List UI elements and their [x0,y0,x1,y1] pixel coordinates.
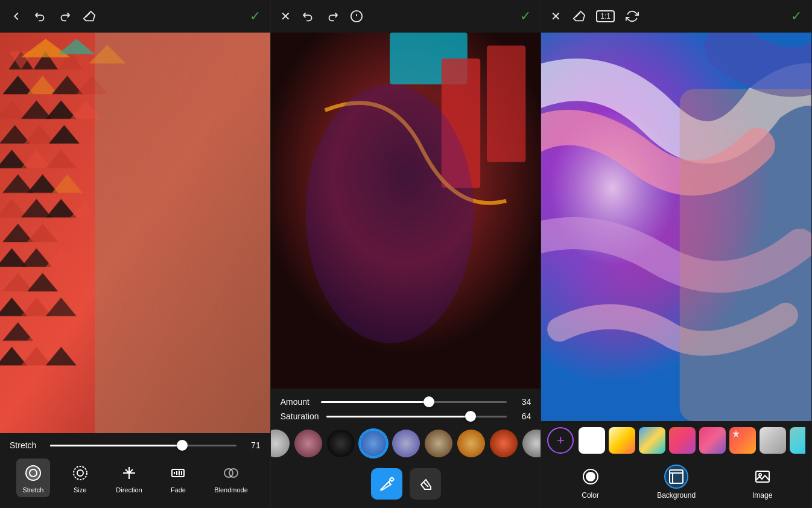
tool-blendmode[interactable]: Blendmode [208,459,254,497]
face-sim-1 [95,33,270,433]
saturation-label: Saturation [281,411,319,421]
topbar-1: ✓ [0,0,270,33]
eraser-icon-3[interactable] [572,10,585,23]
topbar-right-2: ✓ [520,8,531,24]
fade-icon [167,462,189,484]
panel-2: ✕ ✓ [271,0,542,508]
svg-point-66 [305,84,474,343]
color-swatches [281,426,531,461]
direction-icon [118,462,140,484]
svg-rect-76 [670,470,683,483]
bottom-bar-3: + C [541,421,811,508]
info-icon[interactable] [350,10,363,23]
undo-icon[interactable] [34,10,47,23]
svg-point-46 [26,466,40,480]
bg-swatch-4[interactable] [699,427,726,454]
redo-icon[interactable] [58,10,71,23]
bg-swatch-0[interactable] [579,427,605,454]
ratio-icon[interactable]: 1:1 [596,10,615,22]
close-icon-2[interactable]: ✕ [281,9,291,24]
bg-swatches [579,427,805,454]
panel-1: ✓ [0,0,271,508]
size-icon [69,462,91,484]
saturation-track[interactable] [326,416,507,418]
swatch-2[interactable] [327,430,355,457]
topbar-right-3: ✓ [791,8,802,24]
bg-swatch-3[interactable] [669,427,696,454]
swatch-8[interactable] [522,430,542,457]
bottom-tabs-3: Color Background [547,460,805,502]
blendmode-tool-label: Blendmode [214,486,248,494]
saturation-slider-row: Saturation 64 [281,411,531,421]
refresh-icon[interactable] [626,10,639,23]
brush-btn[interactable] [371,468,402,500]
swatch-6[interactable] [457,430,485,457]
svg-point-48 [77,470,83,476]
tab-background[interactable]: Background [655,465,697,500]
eraser-btn-2[interactable] [410,468,441,500]
panel1-bg [0,33,270,433]
stretch-fill [50,445,182,446]
topbar-2: ✕ ✓ [271,0,541,33]
swatch-4[interactable] [392,430,420,457]
brush-tools [281,468,531,500]
color-tab-label: Color [582,491,599,500]
swatch-7[interactable] [490,430,518,457]
stretch-track[interactable] [50,445,236,446]
panel3-svg [541,33,811,421]
bg-swatch-2[interactable] [639,427,665,454]
panel-3: ✕ 1:1 ✓ [541,0,812,508]
redo-icon-2[interactable] [326,10,339,23]
tool-size[interactable]: Size [63,459,97,497]
check-icon-1[interactable]: ✓ [250,8,261,24]
size-tool-label: Size [74,486,86,494]
add-background-btn[interactable]: + [547,427,574,454]
tab-color[interactable]: Color [569,465,612,500]
close-icon-3[interactable]: ✕ [551,9,561,24]
stretch-icon [22,462,44,484]
svg-point-75 [586,472,595,481]
svg-point-80 [759,474,761,476]
stretch-thumb[interactable] [177,440,188,451]
check-icon-2[interactable]: ✓ [520,8,531,24]
back-icon[interactable] [10,10,23,23]
tool-direction[interactable]: Direction [110,459,148,497]
check-icon-3[interactable]: ✓ [791,8,802,24]
bg-swatch-7[interactable] [790,427,805,454]
stretch-tool-label: Stretch [22,486,43,494]
bg-swatch-6[interactable] [760,427,786,454]
bg-swatch-1[interactable] [609,427,635,454]
swatch-1[interactable] [294,430,322,457]
add-row: + [547,427,805,454]
image-tab-label: Image [752,491,772,500]
amount-label: Amount [281,397,314,407]
eraser-icon[interactable] [82,10,95,23]
stretch-slider-row: Stretch 71 [10,440,261,450]
tool-stretch[interactable]: Stretch [16,459,50,497]
saturation-thumb[interactable] [465,411,476,422]
svg-line-70 [576,13,580,17]
swatch-5[interactable] [425,430,452,457]
blendmode-icon [220,462,242,484]
topbar-3: ✕ 1:1 ✓ [541,0,811,33]
image-area-2 [271,33,541,389]
background-tab-label: Background [657,491,696,500]
amount-track[interactable] [321,401,507,403]
svg-line-0 [86,13,90,17]
tool-fade[interactable]: Fade [161,459,195,497]
undo-icon-2[interactable] [302,10,315,23]
saturation-fill [326,416,471,418]
bottom-bar-2: Amount 34 Saturation 64 [271,389,541,508]
topbar-right-1: ✓ [250,8,261,24]
panel2-svg [271,33,541,389]
svg-rect-68 [389,477,393,481]
swatch-0[interactable] [271,430,290,457]
stretch-label: Stretch [10,440,43,450]
swatch-3[interactable] [360,430,387,457]
svg-marker-73 [732,430,740,437]
amount-slider-row: Amount 34 [281,397,531,407]
bg-swatch-5[interactable] [729,427,756,454]
tab-image[interactable]: Image [741,465,784,500]
amount-thumb[interactable] [423,396,434,407]
color-tab-icon [579,465,603,489]
